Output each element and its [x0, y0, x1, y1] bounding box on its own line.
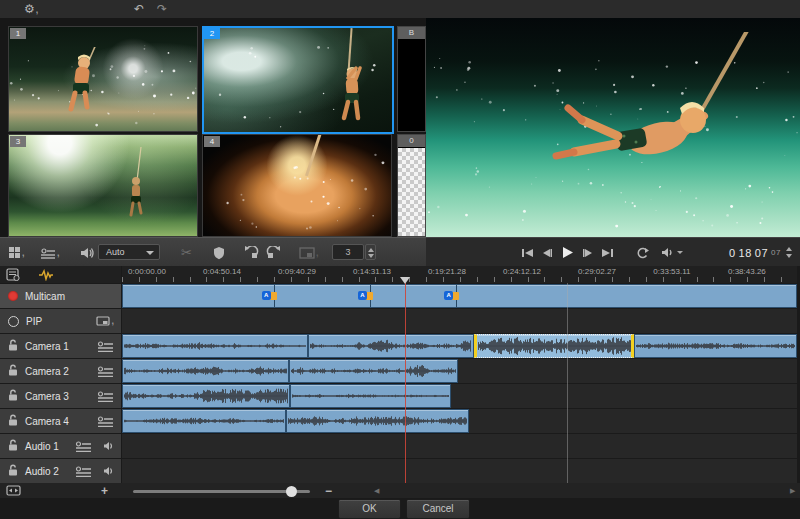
- blank-source-column[interactable]: B: [397, 26, 426, 132]
- timecode-stepper[interactable]: [784, 245, 794, 261]
- split-clip-button[interactable]: ✂: [181, 238, 192, 267]
- audio-clip[interactable]: [634, 334, 797, 358]
- track-lane-camera2[interactable]: [122, 359, 797, 383]
- pip-insert-button[interactable]: ,: [299, 238, 319, 267]
- track-header-pip[interactable]: PIP ,: [0, 309, 121, 333]
- track-lane-audio1[interactable]: [122, 434, 797, 458]
- boy-figure: [57, 47, 117, 117]
- transition-badge-blue[interactable]: A: [444, 291, 453, 300]
- scroll-left-icon[interactable]: ◀: [374, 483, 379, 498]
- track-lane-camera1[interactable]: [122, 334, 797, 358]
- lock-icon[interactable]: [8, 437, 18, 455]
- track-header-camera3[interactable]: Camera 3: [0, 384, 121, 408]
- lock-icon[interactable]: [8, 362, 18, 380]
- split-frames-stepper[interactable]: [365, 244, 376, 260]
- track-header-audio2[interactable]: Audio 2: [0, 459, 121, 483]
- track-header-camera1[interactable]: Camera 1: [0, 334, 121, 358]
- proxy-shield-button[interactable]: [213, 238, 225, 267]
- rotate-left-button[interactable]: [243, 238, 259, 267]
- zoom-slider-handle[interactable]: [286, 486, 297, 497]
- go-to-end-button[interactable]: [602, 248, 613, 258]
- chevron-down-icon: [677, 251, 683, 254]
- audio-clip[interactable]: [122, 359, 289, 383]
- boy-swinging-figure: [490, 32, 790, 222]
- timecode-display[interactable]: 0 18 07 07: [729, 245, 794, 261]
- lock-icon[interactable]: [8, 337, 18, 355]
- source-options-button[interactable]: ,: [40, 238, 60, 267]
- lock-icon[interactable]: [8, 462, 18, 480]
- lock-icon[interactable]: [8, 412, 18, 430]
- waveform: [310, 336, 471, 356]
- track-options-icon[interactable]: [97, 366, 114, 377]
- track-header-camera2[interactable]: Camera 2: [0, 359, 121, 383]
- timeline-ruler[interactable]: 0:00:00.000:04:50.140:09:40.290:14:31.13…: [122, 266, 797, 283]
- multicam-clip[interactable]: AAA: [122, 284, 797, 308]
- audio-clip[interactable]: [308, 334, 473, 358]
- lock-icon[interactable]: [8, 387, 18, 405]
- rotate-right-button[interactable]: [266, 238, 282, 267]
- dropdown-comma-icon: ,: [57, 248, 60, 258]
- track-label: Camera 2: [25, 366, 69, 377]
- camera-thumbnail-2[interactable]: 2: [202, 26, 394, 134]
- audio-speaker-button[interactable]: [80, 238, 94, 267]
- track-lane-pip[interactable]: [122, 309, 797, 333]
- track-lane-audio2[interactable]: [122, 459, 797, 483]
- track-options-icon[interactable]: [97, 391, 114, 402]
- audio-clip[interactable]: [122, 334, 308, 358]
- pip-select-ring-icon[interactable]: [8, 316, 19, 327]
- stepper-up-icon[interactable]: [368, 248, 374, 252]
- track-options-icon[interactable]: [97, 416, 114, 427]
- track-lane-multicam[interactable]: AAA: [122, 284, 797, 308]
- undo-icon[interactable]: ↶: [134, 1, 144, 17]
- transition-badge-blue[interactable]: A: [262, 291, 271, 300]
- stepper-down-icon[interactable]: [368, 254, 374, 258]
- audio-clip[interactable]: [289, 359, 458, 383]
- track-options-icon[interactable]: [75, 441, 92, 452]
- zoom-out-button[interactable]: −: [325, 483, 332, 498]
- track-header-audio1[interactable]: Audio 1: [0, 434, 121, 458]
- transition-badge-blue[interactable]: A: [358, 291, 367, 300]
- track-lane-camera3[interactable]: [122, 384, 797, 408]
- audio-clip[interactable]: [122, 409, 286, 433]
- audio-clip[interactable]: [290, 384, 451, 408]
- zoom-in-button[interactable]: +: [101, 483, 108, 498]
- blank-source-thumb: [398, 40, 425, 131]
- camera-thumbnail-3[interactable]: 3: [8, 134, 198, 237]
- dropdown-comma-icon: ,: [111, 316, 114, 326]
- track-options-icon[interactable]: [97, 341, 114, 352]
- zoom-slider-track[interactable]: [133, 490, 310, 493]
- audio-clip[interactable]: [286, 409, 469, 433]
- ok-button[interactable]: OK: [338, 499, 401, 519]
- playhead-handle[interactable]: [400, 277, 410, 284]
- next-frame-button[interactable]: [583, 248, 593, 258]
- selected-audio-clip[interactable]: [474, 334, 635, 358]
- audio-waveform-icon[interactable]: [38, 266, 54, 283]
- grid-view-button[interactable]: ,: [8, 238, 25, 267]
- volume-button[interactable]: [661, 247, 683, 258]
- camera-thumbnail-4[interactable]: 4: [202, 134, 392, 237]
- pip-layout-icon[interactable]: ,: [96, 316, 114, 326]
- play-button[interactable]: [561, 246, 574, 259]
- zero-source-column[interactable]: 0: [397, 134, 426, 237]
- waveform: [124, 361, 287, 381]
- go-to-start-button[interactable]: [522, 248, 533, 258]
- track-mute-speaker-icon[interactable]: [103, 441, 114, 451]
- ruler-label: 0:09:40.29: [278, 267, 316, 276]
- fit-timeline-button[interactable]: [6, 483, 21, 498]
- camera-thumbnail-1[interactable]: 1: [8, 26, 198, 132]
- redo-icon[interactable]: ↷: [157, 1, 167, 17]
- track-options-icon[interactable]: [75, 466, 92, 477]
- settings-gear-icon[interactable]: ⚙,: [24, 1, 38, 18]
- track-mute-speaker-icon[interactable]: [103, 466, 114, 476]
- track-header-camera4[interactable]: Camera 4: [0, 409, 121, 433]
- split-frames-field[interactable]: 3: [332, 244, 364, 260]
- track-header-multicam[interactable]: Multicam: [0, 284, 121, 308]
- loop-playback-button[interactable]: [636, 247, 649, 259]
- previous-frame-button[interactable]: [542, 248, 552, 258]
- scroll-right-icon[interactable]: ▶: [790, 483, 795, 498]
- track-manager-icon[interactable]: [6, 266, 20, 283]
- audio-clip[interactable]: [122, 384, 290, 408]
- cancel-button[interactable]: Cancel: [406, 499, 470, 519]
- audio-mode-dropdown[interactable]: Auto: [98, 244, 160, 260]
- track-lane-camera4[interactable]: [122, 409, 797, 433]
